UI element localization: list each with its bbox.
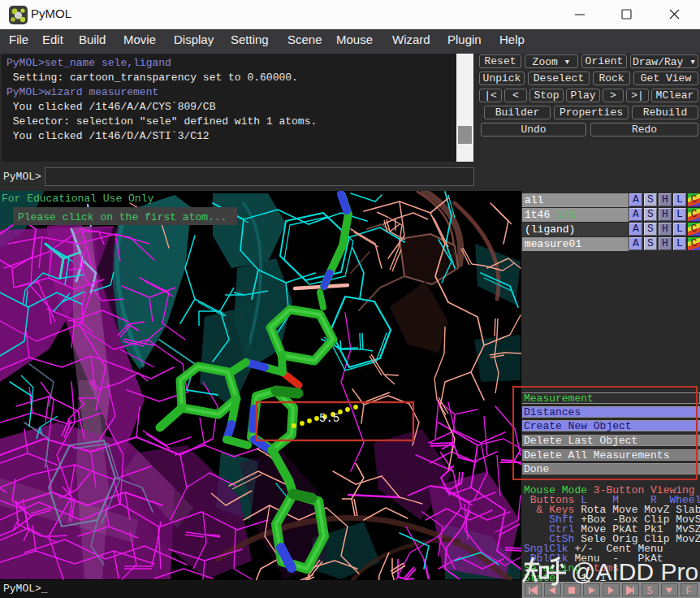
svg-text:Please click on the first atom: Please click on the first atom... bbox=[18, 211, 227, 223]
svg-text:For Educational Use Only: For Educational Use Only bbox=[2, 193, 153, 205]
svg-text:5.5: 5.5 bbox=[319, 412, 339, 425]
svg-text:@AIDD Pro: @AIDD Pro bbox=[571, 558, 698, 585]
